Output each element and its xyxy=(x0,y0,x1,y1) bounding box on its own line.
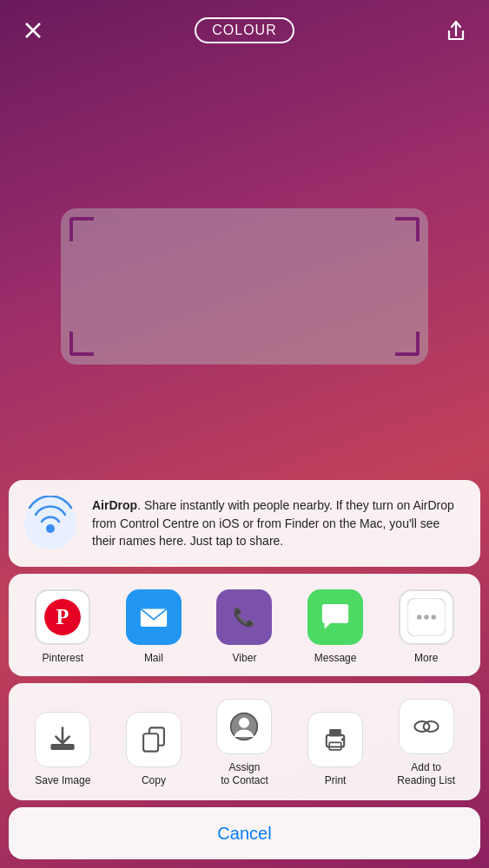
more-icon xyxy=(399,589,454,645)
message-icon xyxy=(307,589,363,645)
corner-tl xyxy=(69,217,94,241)
svg-rect-22 xyxy=(329,730,341,738)
close-button[interactable] xyxy=(17,15,49,46)
app-pinterest[interactable]: P Pinterest xyxy=(28,589,97,664)
svg-text:📞: 📞 xyxy=(233,606,255,628)
page-title: COLOUR xyxy=(212,23,276,37)
assign-contact-label: Assignto Contact xyxy=(221,761,268,788)
action-print[interactable]: Print xyxy=(301,712,370,788)
mail-label: Mail xyxy=(144,652,163,664)
action-reading-list[interactable]: Add toReading List xyxy=(392,699,461,788)
share-icon xyxy=(445,18,467,43)
pinterest-label: Pinterest xyxy=(43,652,83,664)
action-save-image[interactable]: Save Image xyxy=(28,712,97,788)
save-image-icon xyxy=(35,712,90,767)
action-row-section: Save Image Copy xyxy=(9,683,480,800)
viber-icon: 📞 xyxy=(216,589,272,645)
app-more[interactable]: More xyxy=(392,589,461,664)
svg-point-20 xyxy=(240,718,250,728)
svg-rect-18 xyxy=(143,734,158,752)
top-bar: COLOUR xyxy=(0,0,489,61)
action-row: Save Image Copy xyxy=(17,699,472,788)
cancel-label: Cancel xyxy=(217,824,271,844)
app-viber[interactable]: 📞 Viber xyxy=(209,589,279,664)
svg-point-26 xyxy=(423,721,438,732)
app-mail[interactable]: Mail xyxy=(119,589,188,664)
app-row: P Pinterest Mail xyxy=(17,589,472,664)
svg-text:P: P xyxy=(56,605,69,628)
title-badge: COLOUR xyxy=(195,17,294,43)
copy-label: Copy xyxy=(142,774,166,788)
airdrop-section: AirDrop. Share instantly with people nea… xyxy=(9,480,480,567)
airdrop-body: . Share instantly with people nearby. If… xyxy=(92,498,454,548)
reading-list-label: Add toReading List xyxy=(397,761,455,788)
mail-icon xyxy=(126,589,182,645)
corner-tr xyxy=(395,217,420,241)
print-icon xyxy=(307,712,363,767)
copy-icon xyxy=(126,712,182,767)
svg-rect-16 xyxy=(51,745,75,751)
pinterest-icon: P xyxy=(35,589,90,645)
share-sheet: AirDrop. Share instantly with people nea… xyxy=(0,480,489,868)
action-assign-contact[interactable]: Assignto Contact xyxy=(209,699,279,788)
message-label: Message xyxy=(314,652,357,664)
action-copy[interactable]: Copy xyxy=(119,712,188,788)
viber-label: Viber xyxy=(233,652,257,664)
share-button[interactable] xyxy=(440,15,472,46)
qr-placeholder xyxy=(61,208,428,365)
app-message[interactable]: Message xyxy=(301,589,370,664)
svg-point-4 xyxy=(46,524,55,533)
assign-contact-icon xyxy=(216,699,272,754)
reading-list-icon xyxy=(399,699,454,754)
corner-br xyxy=(395,332,420,356)
svg-point-15 xyxy=(431,615,436,620)
more-label: More xyxy=(414,652,438,664)
svg-point-13 xyxy=(417,615,422,620)
svg-point-14 xyxy=(424,615,429,620)
print-label: Print xyxy=(325,774,347,788)
svg-point-24 xyxy=(341,739,344,741)
save-image-label: Save Image xyxy=(35,774,90,788)
airdrop-description: AirDrop. Share instantly with people nea… xyxy=(92,496,466,549)
close-icon xyxy=(23,20,43,41)
corner-bl xyxy=(69,332,94,356)
airdrop-icon xyxy=(23,496,78,551)
cancel-section[interactable]: Cancel xyxy=(9,807,480,859)
app-row-section: P Pinterest Mail xyxy=(9,574,480,676)
airdrop-title: AirDrop xyxy=(92,498,137,512)
